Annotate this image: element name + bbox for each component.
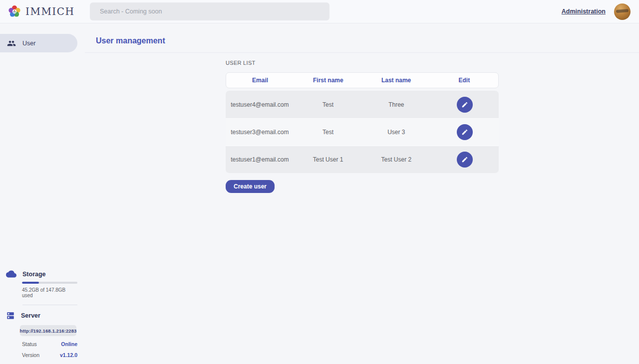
create-user-button[interactable]: Create user: [226, 180, 275, 193]
cell-last-name: Three: [362, 101, 431, 108]
administration-link[interactable]: Administration: [562, 8, 606, 15]
column-header-email: Email: [226, 77, 294, 84]
version-label: Version: [22, 352, 39, 358]
status-label: Status: [22, 341, 37, 347]
storage-progress-fill: [22, 282, 39, 284]
sidebar-item-user-label: User: [22, 40, 35, 47]
top-bar-right: Administration: [562, 3, 639, 20]
main-layout: User Storage 45.2GB of 147.8GB used: [0, 23, 639, 364]
column-header-last-name: Last name: [362, 77, 430, 84]
edit-pencil-icon: [461, 156, 468, 163]
column-header-first-name: First name: [294, 77, 362, 84]
server-url-badge: http://192.168.1.216:2283: [20, 325, 76, 336]
user-table: Email First name Last name Edit testuser…: [226, 72, 499, 173]
cloud-icon: [6, 270, 16, 278]
cell-email: testuser4@email.com: [226, 101, 294, 108]
sidebar-bottom: Storage 45.2GB of 147.8GB used Server ht…: [0, 270, 85, 364]
storage-progress-bar: [22, 282, 77, 284]
column-header-edit: Edit: [430, 77, 498, 84]
user-list-section: USER LIST Email First name Last name Edi…: [85, 53, 639, 193]
sidebar: User Storage 45.2GB of 147.8GB used: [0, 23, 85, 364]
status-value: Online: [61, 341, 77, 347]
user-avatar[interactable]: [614, 3, 631, 20]
table-row: testuser4@email.com Test Three: [226, 91, 499, 118]
edit-pencil-icon: [461, 101, 468, 108]
cell-last-name: Test User 2: [362, 156, 431, 163]
app-title: IMMICH: [25, 5, 75, 17]
storage-usage-text: 45.2GB of 147.8GB used: [22, 287, 77, 298]
server-section-header: Server: [0, 311, 85, 320]
cell-last-name: User 3: [362, 129, 431, 136]
table-header-row: Email First name Last name Edit: [226, 72, 499, 88]
storage-section-header: Storage: [0, 270, 85, 278]
cell-email: testuser1@email.com: [226, 156, 294, 163]
cell-email: testuser3@email.com: [226, 129, 294, 136]
brand: IMMICH: [0, 4, 90, 18]
server-icon: [6, 311, 15, 320]
table-row: testuser1@email.com Test User 1 Test Use…: [226, 146, 499, 173]
server-title: Server: [21, 312, 40, 319]
immich-logo-icon: [7, 4, 21, 18]
page-title: User management: [85, 36, 165, 52]
server-version-row: Version v1.12.0: [22, 352, 77, 358]
sidebar-item-user[interactable]: User: [0, 34, 77, 52]
main-content: User management USER LIST Email First na…: [85, 23, 639, 364]
cell-first-name: Test User 1: [294, 156, 362, 163]
cell-first-name: Test: [294, 129, 362, 136]
user-list-label: USER LIST: [226, 60, 639, 66]
cell-first-name: Test: [294, 101, 362, 108]
edit-user-button[interactable]: [457, 97, 473, 113]
sidebar-divider: [22, 305, 77, 305]
server-status-row: Status Online: [22, 341, 77, 347]
table-row: testuser3@email.com Test User 3: [226, 118, 499, 146]
storage-title: Storage: [22, 271, 46, 278]
edit-user-button[interactable]: [457, 124, 473, 140]
search-input[interactable]: [90, 2, 329, 20]
title-bar: User management: [85, 23, 639, 53]
top-bar: IMMICH Administration: [0, 0, 639, 23]
edit-pencil-icon: [461, 129, 468, 136]
edit-user-button[interactable]: [457, 152, 473, 168]
table-body: testuser4@email.com Test Three: [226, 91, 499, 173]
version-value: v1.12.0: [60, 352, 77, 358]
users-group-icon: [7, 39, 16, 48]
